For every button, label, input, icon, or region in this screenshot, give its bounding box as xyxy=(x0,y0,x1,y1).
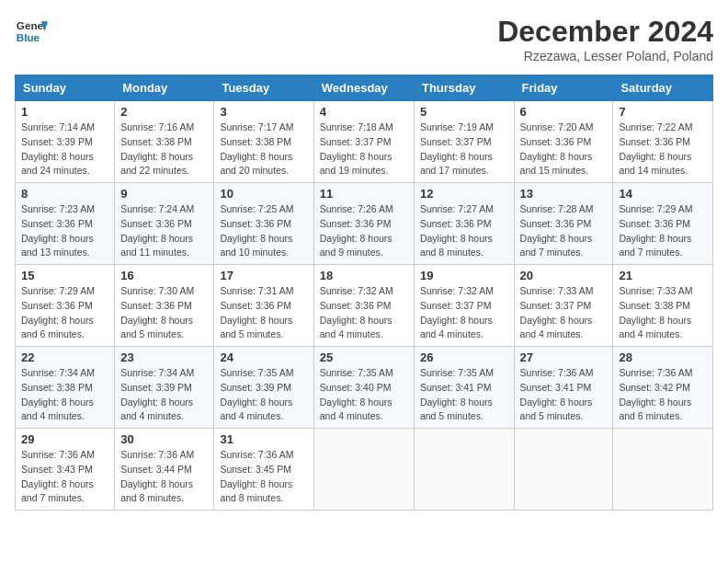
day-info: Sunrise: 7:26 AMSunset: 3:36 PMDaylight:… xyxy=(320,202,408,260)
day-cell-24: 24Sunrise: 7:35 AMSunset: 3:39 PMDayligh… xyxy=(214,347,313,429)
day-cell-18: 18Sunrise: 7:32 AMSunset: 3:36 PMDayligh… xyxy=(313,265,414,347)
svg-text:Blue: Blue xyxy=(17,31,40,43)
day-info: Sunrise: 7:36 AMSunset: 3:45 PMDaylight:… xyxy=(220,448,307,506)
day-cell-17: 17Sunrise: 7:31 AMSunset: 3:36 PMDayligh… xyxy=(214,265,313,347)
calendar-week-2: 8Sunrise: 7:23 AMSunset: 3:36 PMDaylight… xyxy=(16,183,713,265)
day-cell-28: 28Sunrise: 7:36 AMSunset: 3:42 PMDayligh… xyxy=(613,347,713,429)
empty-cell xyxy=(514,429,613,511)
calendar-week-5: 29Sunrise: 7:36 AMSunset: 3:43 PMDayligh… xyxy=(16,429,713,511)
logo-icon: General Blue xyxy=(15,15,48,48)
day-info: Sunrise: 7:19 AMSunset: 3:37 PMDaylight:… xyxy=(420,121,508,178)
calendar-week-4: 22Sunrise: 7:34 AMSunset: 3:38 PMDayligh… xyxy=(16,347,713,429)
day-number: 26 xyxy=(420,350,508,364)
day-info: Sunrise: 7:25 AMSunset: 3:36 PMDaylight:… xyxy=(220,202,307,260)
day-info: Sunrise: 7:33 AMSunset: 3:38 PMDaylight:… xyxy=(619,284,707,342)
day-cell-20: 20Sunrise: 7:33 AMSunset: 3:37 PMDayligh… xyxy=(514,265,613,347)
day-info: Sunrise: 7:30 AMSunset: 3:36 PMDaylight:… xyxy=(120,284,208,342)
col-header-friday: Friday xyxy=(514,75,613,101)
day-number: 20 xyxy=(520,269,608,282)
day-number: 8 xyxy=(21,187,108,201)
calendar-week-3: 15Sunrise: 7:29 AMSunset: 3:36 PMDayligh… xyxy=(16,265,713,347)
day-info: Sunrise: 7:29 AMSunset: 3:36 PMDaylight:… xyxy=(21,284,108,342)
day-cell-15: 15Sunrise: 7:29 AMSunset: 3:36 PMDayligh… xyxy=(16,265,115,347)
day-number: 6 xyxy=(520,105,608,119)
day-number: 31 xyxy=(220,432,307,446)
day-cell-22: 22Sunrise: 7:34 AMSunset: 3:38 PMDayligh… xyxy=(16,347,115,429)
day-info: Sunrise: 7:16 AMSunset: 3:38 PMDaylight:… xyxy=(120,121,208,178)
col-header-thursday: Thursday xyxy=(414,75,514,101)
day-cell-8: 8Sunrise: 7:23 AMSunset: 3:36 PMDaylight… xyxy=(16,183,115,265)
day-cell-23: 23Sunrise: 7:34 AMSunset: 3:39 PMDayligh… xyxy=(115,347,214,429)
day-number: 1 xyxy=(21,105,108,119)
day-cell-7: 7Sunrise: 7:22 AMSunset: 3:36 PMDaylight… xyxy=(613,101,713,183)
day-cell-11: 11Sunrise: 7:26 AMSunset: 3:36 PMDayligh… xyxy=(313,183,414,265)
day-info: Sunrise: 7:32 AMSunset: 3:37 PMDaylight:… xyxy=(420,284,508,342)
day-info: Sunrise: 7:14 AMSunset: 3:39 PMDaylight:… xyxy=(21,121,108,178)
empty-cell xyxy=(613,429,713,511)
day-cell-2: 2Sunrise: 7:16 AMSunset: 3:38 PMDaylight… xyxy=(115,101,214,183)
day-cell-16: 16Sunrise: 7:30 AMSunset: 3:36 PMDayligh… xyxy=(115,265,214,347)
day-number: 7 xyxy=(619,105,707,119)
day-cell-19: 19Sunrise: 7:32 AMSunset: 3:37 PMDayligh… xyxy=(414,265,514,347)
day-number: 29 xyxy=(21,432,108,446)
day-number: 22 xyxy=(21,350,108,364)
day-cell-3: 3Sunrise: 7:17 AMSunset: 3:38 PMDaylight… xyxy=(214,101,313,183)
day-cell-30: 30Sunrise: 7:36 AMSunset: 3:44 PMDayligh… xyxy=(115,429,214,511)
day-info: Sunrise: 7:34 AMSunset: 3:39 PMDaylight:… xyxy=(120,366,208,424)
day-info: Sunrise: 7:34 AMSunset: 3:38 PMDaylight:… xyxy=(21,366,108,424)
day-cell-13: 13Sunrise: 7:28 AMSunset: 3:36 PMDayligh… xyxy=(514,183,613,265)
col-header-sunday: Sunday xyxy=(16,75,115,101)
day-number: 21 xyxy=(619,269,707,282)
day-number: 18 xyxy=(320,269,408,282)
page-header: General Blue December 2024 Rzezawa, Less… xyxy=(15,15,713,63)
day-cell-31: 31Sunrise: 7:36 AMSunset: 3:45 PMDayligh… xyxy=(214,429,313,511)
day-info: Sunrise: 7:32 AMSunset: 3:36 PMDaylight:… xyxy=(320,284,408,342)
day-number: 5 xyxy=(420,105,508,119)
day-info: Sunrise: 7:35 AMSunset: 3:39 PMDaylight:… xyxy=(220,366,307,424)
day-number: 30 xyxy=(120,432,208,446)
day-info: Sunrise: 7:35 AMSunset: 3:41 PMDaylight:… xyxy=(420,366,508,424)
day-cell-26: 26Sunrise: 7:35 AMSunset: 3:41 PMDayligh… xyxy=(414,347,514,429)
day-number: 10 xyxy=(220,187,307,201)
day-number: 27 xyxy=(520,350,608,364)
day-number: 24 xyxy=(220,350,307,364)
day-number: 11 xyxy=(320,187,408,201)
logo: General Blue xyxy=(15,15,48,48)
day-number: 23 xyxy=(120,350,208,364)
day-number: 2 xyxy=(120,105,208,119)
day-number: 14 xyxy=(619,187,707,201)
day-number: 13 xyxy=(520,187,608,201)
day-info: Sunrise: 7:28 AMSunset: 3:36 PMDaylight:… xyxy=(520,202,608,260)
day-cell-12: 12Sunrise: 7:27 AMSunset: 3:36 PMDayligh… xyxy=(414,183,514,265)
col-header-tuesday: Tuesday xyxy=(214,75,313,101)
col-header-saturday: Saturday xyxy=(613,75,713,101)
day-info: Sunrise: 7:24 AMSunset: 3:36 PMDaylight:… xyxy=(120,202,208,260)
day-cell-10: 10Sunrise: 7:25 AMSunset: 3:36 PMDayligh… xyxy=(214,183,313,265)
day-cell-5: 5Sunrise: 7:19 AMSunset: 3:37 PMDaylight… xyxy=(414,101,514,183)
day-info: Sunrise: 7:29 AMSunset: 3:36 PMDaylight:… xyxy=(619,202,707,260)
day-cell-27: 27Sunrise: 7:36 AMSunset: 3:41 PMDayligh… xyxy=(514,347,613,429)
day-cell-1: 1Sunrise: 7:14 AMSunset: 3:39 PMDaylight… xyxy=(16,101,115,183)
empty-cell xyxy=(414,429,514,511)
empty-cell xyxy=(313,429,414,511)
col-header-wednesday: Wednesday xyxy=(313,75,414,101)
day-number: 4 xyxy=(320,105,408,119)
day-info: Sunrise: 7:36 AMSunset: 3:43 PMDaylight:… xyxy=(21,448,108,506)
day-number: 19 xyxy=(420,269,508,282)
col-header-monday: Monday xyxy=(115,75,214,101)
day-info: Sunrise: 7:36 AMSunset: 3:41 PMDaylight:… xyxy=(520,366,608,424)
day-info: Sunrise: 7:27 AMSunset: 3:36 PMDaylight:… xyxy=(420,202,508,260)
day-cell-9: 9Sunrise: 7:24 AMSunset: 3:36 PMDaylight… xyxy=(115,183,214,265)
day-cell-6: 6Sunrise: 7:20 AMSunset: 3:36 PMDaylight… xyxy=(514,101,613,183)
day-cell-25: 25Sunrise: 7:35 AMSunset: 3:40 PMDayligh… xyxy=(313,347,414,429)
day-number: 16 xyxy=(120,269,208,282)
day-cell-14: 14Sunrise: 7:29 AMSunset: 3:36 PMDayligh… xyxy=(613,183,713,265)
day-info: Sunrise: 7:36 AMSunset: 3:42 PMDaylight:… xyxy=(619,366,707,424)
day-number: 17 xyxy=(220,269,307,282)
day-info: Sunrise: 7:18 AMSunset: 3:37 PMDaylight:… xyxy=(320,121,408,178)
day-number: 12 xyxy=(420,187,508,201)
day-number: 9 xyxy=(120,187,208,201)
calendar-header-row: SundayMondayTuesdayWednesdayThursdayFrid… xyxy=(16,75,713,101)
calendar-table: SundayMondayTuesdayWednesdayThursdayFrid… xyxy=(15,75,713,511)
day-cell-4: 4Sunrise: 7:18 AMSunset: 3:37 PMDaylight… xyxy=(313,101,414,183)
